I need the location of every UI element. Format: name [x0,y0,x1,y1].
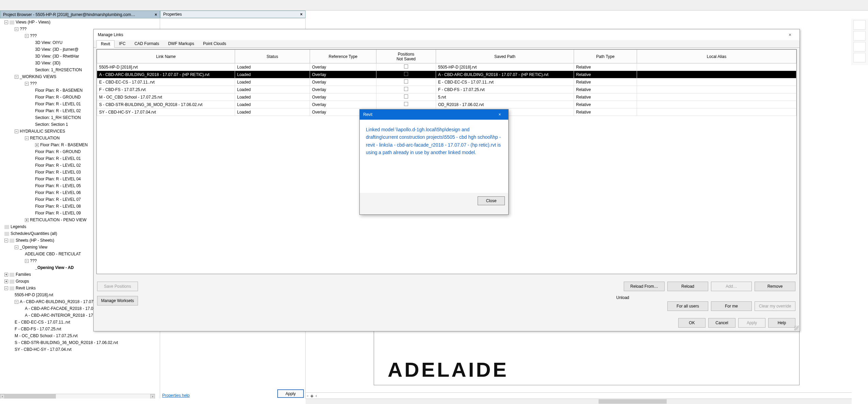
manage-worksets-button[interactable]: Manage Worksets [97,296,138,305]
expand-icon[interactable]: + [4,280,8,283]
expand-icon[interactable]: − [15,130,18,133]
checkbox-icon[interactable] [404,94,408,99]
cell-link-name[interactable]: 5505-HP-D [2018].rvt [97,63,235,71]
cell-link-name[interactable]: SY - CBD-HC-SY - 17.07.04.rvt [97,108,235,116]
expand-icon[interactable]: − [4,20,8,24]
tree-item[interactable]: 3D View: {3D - jturner@ [35,47,78,52]
table-row[interactable]: E - CBD-EC-CS - 17.07.11..rvtLoadedOverl… [97,78,796,86]
checkbox-icon[interactable] [404,72,408,76]
cell-link-name[interactable]: M - OC_CBD School - 17.07.25.rvt [97,93,235,101]
tree-item[interactable]: 3D View: {3D} [35,61,61,65]
tree-item[interactable]: RETICULATION [30,136,60,140]
cell-link-name[interactable]: F - CBD-FS - 17.07.25.rvt [97,86,235,93]
expand-icon[interactable]: − [15,300,18,304]
tab-ifc[interactable]: IFC [114,40,130,47]
cell-local-alias[interactable] [637,101,796,108]
tab-revit[interactable]: Revit [96,40,114,48]
tree-item[interactable]: _WORKING VIEWS [20,74,56,79]
tree-item[interactable]: F - CBD-FS - 17.07.25.rvt [15,327,61,331]
cell-positions[interactable] [376,78,436,86]
col-positions[interactable]: Positions Not Saved [376,50,436,63]
tree-item[interactable]: ??? [30,81,37,86]
cell-local-alias[interactable] [637,71,796,78]
tree-item[interactable]: Schedules/Quantities (all) [11,231,57,236]
cell-ref-type[interactable]: Overlay [310,63,376,71]
cell-path-type[interactable]: Relative [574,108,637,116]
cell-path-type[interactable]: Relative [574,71,637,78]
cell-ref-type[interactable]: Overlay [310,78,376,86]
tree-item[interactable]: Floor Plan: R - BASEMEN [40,143,88,147]
expand-icon[interactable]: − [25,82,29,86]
expand-icon[interactable]: + [4,273,8,276]
cell-positions[interactable] [376,101,436,108]
tree-item[interactable]: _Opening View - AD [35,265,74,270]
unload-for-all-button[interactable]: For all users [667,301,708,311]
tab-dwf[interactable]: DWF Markups [164,40,199,47]
scroll-right-icon[interactable]: › [150,394,155,399]
tree-item[interactable]: Floor Plan: R - LEVEL 08 [35,204,81,209]
expand-icon[interactable]: − [25,34,29,38]
cell-path-type[interactable]: Relative [574,78,637,86]
cell-local-alias[interactable] [637,63,796,71]
tree-item[interactable]: HYDRAULIC SERVICES [20,129,65,134]
tree-item[interactable]: ADELAIDE CBD - RETICULAT [25,252,81,256]
cell-ref-type[interactable]: Overlay [310,71,376,78]
error-title-bar[interactable]: Revit × [360,109,508,120]
tree-item[interactable]: Section: 1_RH SECTION [35,115,81,120]
tree-item[interactable]: 3D View: {3D - RhettHar [35,54,79,59]
table-row[interactable]: A - CBD-ARC-BUILDING_R2018 - 17.07.07 - … [97,71,796,78]
pan-icon[interactable] [853,53,866,62]
status-icon[interactable]: ▫ [307,393,308,398]
checkbox-icon[interactable] [404,102,408,106]
expand-icon[interactable]: − [15,75,18,79]
error-close-button[interactable]: Close [478,196,505,205]
horizontal-scrollbar[interactable]: ‹ › [0,394,155,399]
tree-item[interactable]: 3D View: OIYU [35,40,62,45]
status-icon[interactable]: ◈ [310,393,313,398]
dialog-title-bar[interactable]: Manage Links × [94,29,800,40]
tree-item[interactable]: Section: Section 1 [35,122,68,127]
table-row[interactable]: 5505-HP-D [2018].rvtLoadedOverlay5505-HP… [97,63,796,71]
ok-button[interactable]: OK [678,318,706,328]
tree-item[interactable]: Floor Plan: R - LEVEL 04 [35,177,81,181]
scroll-thumb[interactable] [599,399,667,404]
checkbox-icon[interactable] [404,87,408,91]
tree-item[interactable]: Floor Plan: R - LEVEL 09 [35,211,81,215]
tree-item[interactable]: Floor Plan: R - LEVEL 03 [35,170,81,175]
tree-item[interactable]: Floor Plan: R - LEVEL 01 [35,102,81,106]
reload-button[interactable]: Reload [667,282,708,291]
table-row[interactable]: M - OC_CBD School - 17.07.25.rvtLoadedOv… [97,93,796,101]
cell-positions[interactable] [376,86,436,93]
col-link-name[interactable]: Link Name [97,50,235,63]
resize-grip-icon[interactable] [794,326,799,330]
properties-tab[interactable]: Properties × [160,11,306,18]
main-horizontal-scrollbar[interactable] [306,399,852,404]
col-local-alias[interactable]: Local Alias [637,50,796,63]
tree-item[interactable]: 5505-HP-D [2018].rvt [15,293,53,297]
close-icon[interactable]: × [785,32,795,38]
cell-positions[interactable] [376,71,436,78]
expand-icon[interactable]: + [25,218,29,222]
cell-local-alias[interactable] [637,86,796,93]
tree-item[interactable]: Floor Plan: R - LEVEL 02 [35,108,81,113]
cell-path-type[interactable]: Relative [574,63,637,71]
cell-ref-type[interactable]: Overlay [310,101,376,108]
expand-icon[interactable]: + [35,143,39,147]
properties-apply-button[interactable]: Apply [277,389,304,398]
close-icon[interactable]: × [495,112,505,117]
tree-item[interactable]: M - OC_CBD School - 17.07.25.rvt [15,333,78,338]
expand-icon[interactable]: − [4,239,8,242]
tree-item[interactable]: SY - CBD-HC-SY - 17.07.04.rvt [15,347,72,352]
nav-cube-icon[interactable] [853,31,866,41]
tree-item[interactable]: S - CBD-STR-BUILDING_36_MOD_R2018 - 17.0… [15,340,118,345]
tree-item[interactable]: ??? [30,258,37,263]
cell-local-alias[interactable] [637,108,796,116]
cell-path-type[interactable]: Relative [574,86,637,93]
nav-wheel-icon[interactable] [853,20,866,30]
expand-icon[interactable]: − [15,245,18,249]
tab-pointclouds[interactable]: Point Clouds [199,40,231,47]
cell-positions[interactable] [376,63,436,71]
tree-item[interactable]: Revit Links [16,286,36,290]
col-path-type[interactable]: Path Type [574,50,637,63]
expand-icon[interactable]: − [15,27,18,31]
